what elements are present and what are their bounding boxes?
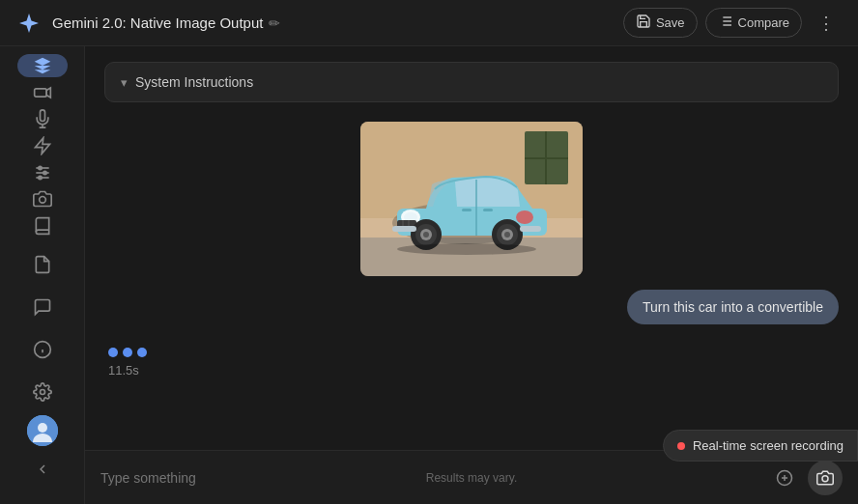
system-instructions-label: System Instructions — [135, 74, 253, 90]
svg-point-12 — [38, 166, 41, 169]
dot-1 — [108, 348, 118, 357]
svg-marker-8 — [35, 138, 49, 154]
sidebar-bottom — [17, 245, 68, 496]
content-area: ▾ System Instructions — [85, 46, 858, 504]
chat-container: ▾ System Instructions — [85, 46, 858, 450]
text-message-wrapper: Turn this car into a convertible — [104, 290, 839, 324]
add-button[interactable] — [769, 462, 800, 493]
svg-point-19 — [40, 390, 44, 395]
bottom-bar: Results may vary. — [85, 450, 858, 504]
svg-point-13 — [43, 171, 45, 174]
svg-marker-7 — [46, 88, 50, 98]
dot-3 — [137, 348, 147, 357]
compare-button[interactable]: Compare — [705, 8, 802, 38]
chevron-down-icon: ▾ — [121, 75, 128, 90]
loading-area: 11.5s — [104, 348, 839, 378]
svg-rect-31 — [462, 209, 472, 211]
svg-point-38 — [516, 210, 533, 224]
sidebar-item-settings[interactable] — [17, 373, 68, 411]
message-bubble: Turn this car into a convertible — [627, 290, 839, 324]
sidebar — [0, 46, 85, 504]
loading-time: 11.5s — [104, 363, 139, 378]
svg-point-15 — [39, 197, 45, 204]
car-image — [360, 122, 583, 276]
sidebar-item-chat[interactable] — [17, 288, 68, 326]
svg-rect-48 — [520, 226, 541, 232]
app-logo — [15, 10, 43, 37]
sidebar-item-lightning[interactable] — [17, 134, 68, 157]
sidebar-item-home[interactable] — [17, 54, 68, 77]
save-icon — [636, 14, 651, 32]
sidebar-item-document[interactable] — [17, 245, 68, 284]
recording-dot — [677, 442, 685, 450]
svg-point-46 — [504, 232, 510, 238]
main-layout: ▾ System Instructions — [0, 46, 858, 504]
image-message-wrapper — [104, 122, 839, 276]
sidebar-item-info[interactable] — [17, 330, 68, 369]
compare-icon — [718, 14, 733, 32]
sidebar-item-book[interactable] — [17, 214, 68, 238]
svg-point-49 — [397, 243, 536, 255]
bottom-icons — [769, 461, 843, 495]
sidebar-item-mic[interactable] — [17, 107, 68, 130]
sidebar-item-collapse[interactable] — [17, 450, 68, 489]
sidebar-item-video[interactable] — [17, 81, 68, 104]
svg-point-42 — [423, 232, 429, 238]
dot-2 — [123, 348, 132, 357]
page-title: Gemini 2.0: Native Image Output ✏ — [52, 14, 614, 31]
topbar: Gemini 2.0: Native Image Output ✏ Save — [0, 0, 858, 46]
loading-dots — [104, 348, 147, 357]
edit-icon[interactable]: ✏ — [269, 15, 280, 31]
loading-area-wrapper: 11.5s — [104, 338, 839, 378]
svg-rect-47 — [392, 226, 416, 232]
svg-point-14 — [38, 176, 41, 179]
sidebar-item-sliders[interactable] — [17, 161, 68, 184]
svg-point-53 — [822, 475, 828, 481]
avatar[interactable] — [27, 415, 58, 446]
sidebar-item-camera[interactable] — [17, 188, 68, 211]
camera-button[interactable] — [808, 461, 843, 495]
topbar-actions: Save Compare ⋮ — [623, 8, 843, 38]
more-options-button[interactable]: ⋮ — [810, 9, 843, 38]
svg-point-21 — [38, 423, 47, 433]
recording-badge: Real-time screen recording — [663, 430, 858, 462]
save-button[interactable]: Save — [623, 8, 698, 38]
system-instructions-panel[interactable]: ▾ System Instructions — [104, 62, 839, 102]
messages-area: Turn this car into a convertible 11.5s — [104, 122, 839, 378]
svg-rect-32 — [483, 209, 493, 211]
svg-rect-6 — [34, 88, 46, 96]
chat-input[interactable] — [100, 470, 759, 486]
